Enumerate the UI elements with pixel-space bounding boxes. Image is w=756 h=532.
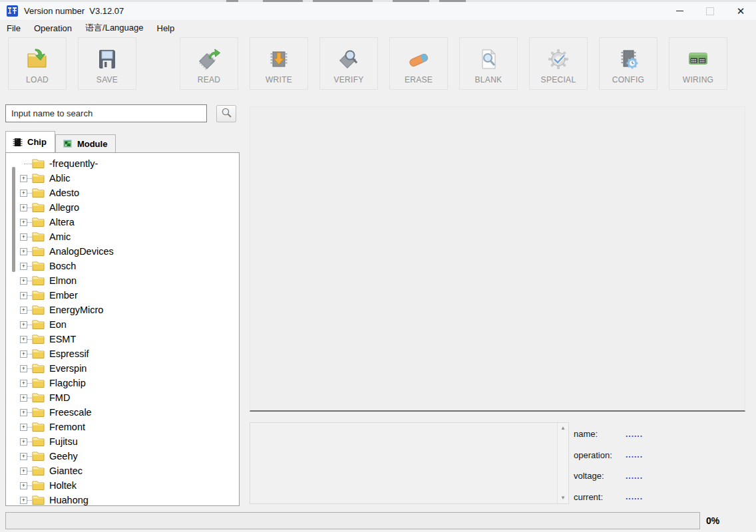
maximize-button[interactable]: [695, 2, 725, 20]
tree-item[interactable]: + Amic: [6, 229, 239, 244]
tree-item[interactable]: + Ablic: [6, 171, 239, 186]
scroll-down-icon[interactable]: ▼: [560, 495, 566, 501]
folder-icon: [32, 334, 45, 344]
tree-item[interactable]: + -frequently-: [6, 156, 239, 171]
info-row: current: ......: [574, 487, 747, 508]
chip-icon: [12, 137, 23, 148]
expand-plus-icon[interactable]: +: [20, 380, 27, 387]
tree-item[interactable]: + Elmon: [6, 273, 239, 288]
tree-item[interactable]: + Bosch: [6, 259, 239, 273]
tree-item[interactable]: + Adesto: [6, 186, 239, 200]
tab-module[interactable]: Module: [55, 134, 116, 152]
expand-plus-icon[interactable]: +: [20, 233, 27, 241]
folder-icon: [32, 392, 45, 403]
verify-button[interactable]: VERIFY: [319, 37, 378, 90]
expand-plus-icon[interactable]: +: [20, 350, 27, 358]
write-button[interactable]: WRITE: [250, 37, 308, 90]
expand-plus-icon[interactable]: +: [20, 263, 27, 270]
expand-plus-icon[interactable]: +: [20, 409, 27, 416]
minimize-button[interactable]: [664, 2, 695, 20]
tree-item[interactable]: + Fujitsu: [6, 434, 239, 449]
tree-item[interactable]: + FMD: [6, 390, 239, 405]
tree-item[interactable]: + Geehy: [6, 449, 239, 464]
tree-item-label: Espressif: [49, 348, 89, 359]
scroll-up-icon[interactable]: ▲: [560, 425, 566, 432]
expand-plus-icon[interactable]: +: [20, 365, 27, 372]
close-button[interactable]: ✕: [725, 2, 756, 20]
tree-item[interactable]: + Everspin: [6, 361, 239, 376]
menu-operation[interactable]: Operation: [27, 22, 79, 35]
folder-icon: [32, 436, 45, 447]
menu-file[interactable]: File: [0, 22, 27, 35]
special-button[interactable]: SPECIAL: [529, 37, 588, 90]
module-icon: [62, 138, 73, 149]
special-gear-icon: [546, 47, 570, 71]
tabstrip: Chip Module: [5, 131, 116, 152]
folder-icon: [32, 451, 45, 462]
tree-item[interactable]: + EnergyMicro: [6, 303, 239, 317]
tree-scrollbar-thumb[interactable]: [12, 167, 15, 272]
tree-item[interactable]: + Giantec: [6, 464, 239, 478]
expand-plus-icon[interactable]: +: [20, 248, 27, 255]
wiring-button[interactable]: WIRING: [669, 37, 727, 90]
log-scrollbar[interactable]: ▲ ▼: [557, 423, 568, 503]
tree-item[interactable]: + Holtek: [6, 478, 239, 493]
info-value: ......: [626, 430, 643, 439]
tree-item-label: Giantec: [49, 466, 83, 476]
tree-item[interactable]: + Freescale: [6, 405, 239, 420]
verify-chip-icon: [337, 47, 361, 71]
info-value: ......: [626, 471, 643, 481]
tree-item-label: -frequently-: [49, 158, 98, 169]
expand-plus-icon[interactable]: +: [20, 175, 27, 182]
tree-item-label: Bosch: [49, 261, 76, 271]
expand-plus-icon[interactable]: +: [20, 394, 27, 402]
expand-plus-icon[interactable]: +: [20, 219, 27, 226]
tree-item[interactable]: + Eon: [6, 317, 239, 332]
tree-item[interactable]: + Allegro: [6, 200, 239, 215]
config-button[interactable]: CONFIG: [599, 37, 658, 90]
load-button[interactable]: LOAD: [8, 37, 67, 90]
expand-plus-icon[interactable]: +: [20, 190, 27, 197]
expand-plus-icon[interactable]: +: [20, 277, 27, 285]
tree-item[interactable]: + Espressif: [6, 346, 239, 361]
menu-language[interactable]: 语言/Language: [79, 21, 150, 35]
tree-item[interactable]: + Flagchip: [6, 376, 239, 390]
window-controls: ✕: [664, 2, 756, 20]
expand-plus-icon[interactable]: +: [20, 467, 27, 475]
search-input[interactable]: [5, 104, 207, 122]
tree-item[interactable]: + Ember: [6, 288, 239, 303]
folder-icon: [32, 319, 45, 330]
expand-plus-icon[interactable]: +: [20, 482, 27, 489]
expand-plus-icon[interactable]: +: [20, 204, 27, 211]
minimize-icon: [676, 11, 683, 11]
expand-plus-icon[interactable]: +: [20, 438, 27, 446]
tree-item[interactable]: + Huahong: [6, 493, 239, 506]
blank-button[interactable]: BLANK: [459, 37, 518, 90]
folder-icon: [32, 217, 45, 227]
tab-chip[interactable]: Chip: [5, 131, 55, 152]
expand-plus-icon[interactable]: +: [20, 307, 27, 314]
log-area[interactable]: ▲ ▼: [250, 422, 569, 504]
menu-help[interactable]: Help: [150, 22, 182, 35]
expand-plus-icon[interactable]: +: [20, 336, 27, 343]
blank-check-icon: [476, 47, 500, 71]
tree-item-label: Elmon: [49, 275, 77, 286]
tree-item[interactable]: + AnalogDevices: [6, 244, 239, 259]
expand-plus-icon[interactable]: +: [20, 424, 27, 431]
folder-icon: [32, 231, 45, 242]
tree-item[interactable]: + ESMT: [6, 332, 239, 346]
info-value: ......: [626, 450, 643, 460]
expand-plus-icon[interactable]: +: [20, 453, 27, 460]
tree-item[interactable]: + Fremont: [6, 420, 239, 434]
save-button[interactable]: SAVE: [78, 37, 136, 90]
expand-plus-icon[interactable]: +: [20, 321, 27, 329]
tree-item-label: Fujitsu: [49, 436, 78, 447]
tree-item[interactable]: + Altera: [6, 215, 239, 229]
read-button[interactable]: READ: [180, 37, 238, 90]
folder-icon: [32, 480, 45, 491]
erase-button[interactable]: ERASE: [389, 37, 448, 90]
info-label: current:: [574, 492, 626, 502]
expand-plus-icon[interactable]: +: [20, 497, 27, 504]
expand-plus-icon[interactable]: +: [20, 292, 27, 299]
search-button[interactable]: [216, 105, 236, 122]
